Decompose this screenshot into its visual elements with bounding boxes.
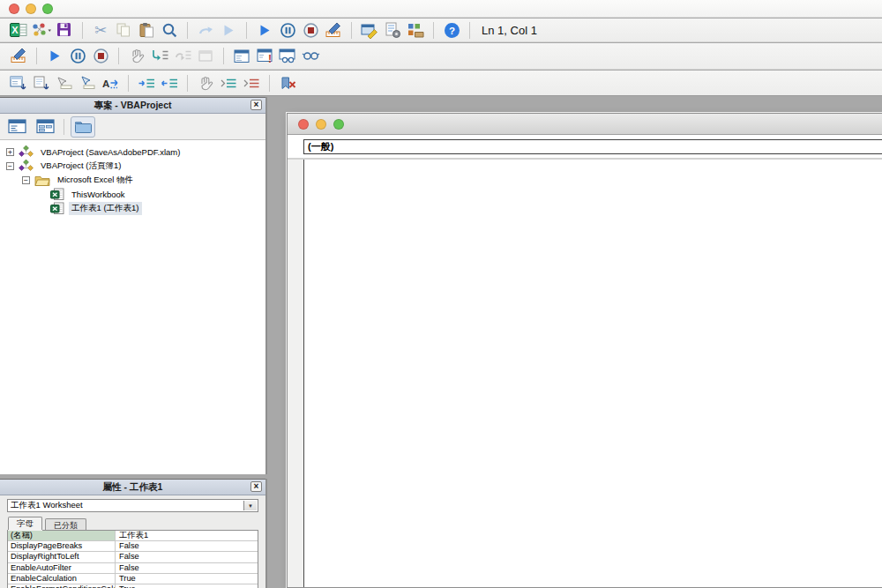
clear-bookmarks-button[interactable] — [276, 73, 299, 93]
cut-button[interactable]: ✂ — [89, 20, 112, 41]
property-name-cell[interactable]: EnableAutoFilter — [8, 563, 116, 573]
list-properties-button[interactable] — [7, 73, 30, 93]
property-row-enablecalculation: EnableCalculation True — [8, 574, 258, 584]
toggle-breakpoint-button[interactable] — [194, 73, 217, 93]
run-button[interactable] — [253, 20, 276, 41]
minimize-traffic-light[interactable] — [26, 4, 36, 14]
list-constants-button[interactable] — [30, 73, 53, 93]
break-button[interactable] — [276, 20, 299, 41]
property-value-cell[interactable]: True — [116, 584, 258, 588]
view-code-button[interactable] — [4, 116, 29, 138]
toggle-folders-button[interactable] — [71, 116, 95, 138]
step-out-button[interactable] — [194, 46, 217, 66]
object-browser-button[interactable] — [404, 20, 427, 41]
tree-item-vbaproject-addin[interactable]: + VBAProject (SaveAsAdobePDF.xlam) — [0, 145, 265, 159]
property-value-cell[interactable]: False — [116, 552, 258, 562]
zoom-traffic-light[interactable] — [333, 119, 344, 130]
immediate-window-button[interactable]: ! — [253, 46, 276, 66]
view-excel-button[interactable]: X — [7, 20, 30, 41]
design-mode-icon — [325, 22, 343, 39]
run-button[interactable] — [43, 46, 66, 66]
properties-panel-header[interactable]: 屬性 - 工作表1 × — [0, 479, 265, 495]
code-window: (一般) — [287, 113, 882, 588]
uncomment-block-button[interactable] — [240, 73, 263, 93]
expand-icon[interactable]: + — [6, 148, 14, 156]
collapse-icon[interactable]: − — [6, 162, 14, 170]
reset-button[interactable] — [89, 46, 112, 66]
comment-block-button[interactable] — [217, 73, 240, 93]
redo-button[interactable] — [217, 20, 240, 41]
margin-indicator-bar[interactable] — [288, 160, 304, 587]
step-over-button[interactable] — [171, 46, 194, 66]
paste-button[interactable] — [135, 20, 158, 41]
object-selector-dropdown[interactable]: 工作表1 Worksheet ▼ — [7, 499, 258, 512]
locals-window-icon — [234, 49, 250, 63]
find-button[interactable] — [158, 20, 181, 41]
locals-window-button[interactable] — [230, 46, 253, 66]
property-name-cell[interactable]: DisplayRightToLeft — [8, 552, 116, 562]
property-value-cell[interactable]: 工作表1 — [116, 531, 258, 540]
code-window-titlebar[interactable] — [288, 114, 882, 135]
design-mode-button[interactable] — [322, 20, 345, 41]
insert-userform-button[interactable] — [30, 20, 53, 41]
quick-info-button[interactable] — [53, 73, 76, 93]
save-button[interactable] — [53, 20, 76, 41]
close-icon[interactable]: × — [250, 100, 262, 110]
watch-window-button[interactable] — [276, 46, 299, 66]
break-icon — [70, 48, 86, 64]
object-dropdown[interactable]: (一般) — [303, 139, 882, 154]
properties-window-button[interactable] — [381, 20, 404, 41]
tree-item-excel-objects-folder[interactable]: − Microsoft Excel 物件 — [0, 173, 265, 187]
undo-button[interactable] — [194, 20, 217, 41]
object-browser-icon — [407, 22, 425, 39]
property-value-cell[interactable]: False — [116, 541, 258, 551]
project-explorer-button[interactable] — [358, 20, 381, 41]
tab-categorized[interactable]: 已分類 — [45, 518, 86, 530]
outdent-button[interactable] — [158, 73, 181, 93]
properties-window-icon — [385, 22, 401, 39]
reset-icon — [303, 22, 319, 39]
help-button[interactable]: ? — [440, 20, 463, 41]
object-selector-value: 工作表1 Worksheet — [11, 500, 83, 511]
property-name-cell[interactable]: (名稱) — [8, 531, 116, 540]
project-explorer-icon — [361, 22, 379, 39]
complete-word-button[interactable]: A — [99, 73, 122, 93]
tree-item-worksheet1[interactable]: 工作表1 (工作表1) — [0, 201, 265, 215]
design-mode-button[interactable] — [7, 46, 30, 66]
close-traffic-light[interactable] — [9, 4, 19, 14]
toggle-breakpoint-button[interactable] — [125, 46, 148, 66]
object-dropdown-value: (一般) — [308, 140, 333, 153]
tree-item-vbaproject-workbook[interactable]: − VBAProject (活頁簿1) — [0, 159, 265, 173]
property-name-cell[interactable]: DisplayPageBreaks — [8, 541, 116, 551]
tab-alphabetic[interactable]: 字母 — [8, 517, 42, 530]
quick-watch-button[interactable] — [299, 46, 322, 66]
worksheet-icon — [50, 202, 64, 214]
break-button[interactable] — [66, 46, 89, 66]
property-name-cell[interactable]: EnableCalculation — [8, 574, 116, 584]
project-panel-header[interactable]: 專案 - VBAProject × — [0, 97, 265, 114]
collapse-icon[interactable]: − — [22, 176, 30, 184]
parameter-info-button[interactable] — [76, 73, 99, 93]
chevron-down-icon[interactable]: ▼ — [243, 501, 257, 510]
properties-content: 工作表1 Worksheet ▼ 字母 已分類 (名稱) 工作表1 Displa… — [0, 495, 265, 588]
property-name-cell[interactable]: EnableFormatConditionsCalculation — [8, 584, 116, 588]
close-icon[interactable]: × — [250, 481, 262, 492]
tree-item-thisworkbook[interactable]: ThisWorkbook — [0, 187, 265, 201]
clear-bookmarks-icon — [279, 76, 297, 91]
code-editor-area[interactable] — [304, 160, 882, 587]
reset-button[interactable] — [299, 20, 322, 41]
property-value-cell[interactable]: True — [116, 574, 258, 584]
close-traffic-light[interactable] — [298, 119, 309, 130]
properties-panel: 屬性 - 工作表1 × 工作表1 Worksheet ▼ 字母 已分類 (名稱)… — [0, 479, 267, 588]
property-value-cell[interactable]: False — [116, 563, 258, 573]
minimize-traffic-light[interactable] — [316, 119, 326, 130]
zoom-traffic-light[interactable] — [42, 4, 53, 14]
parameter-info-icon — [78, 76, 96, 90]
svg-text:A: A — [102, 78, 109, 88]
step-into-button[interactable] — [148, 46, 171, 66]
view-object-button[interactable] — [33, 116, 57, 138]
toolbar-separator — [246, 22, 247, 39]
copy-button[interactable] — [112, 20, 135, 41]
indent-button[interactable] — [135, 73, 158, 93]
toolbar-separator — [187, 75, 188, 92]
